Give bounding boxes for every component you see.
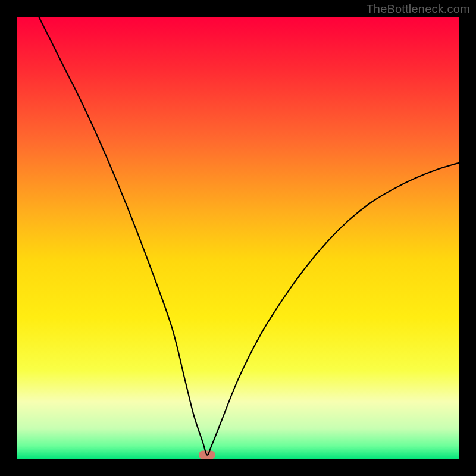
plot-svg xyxy=(17,17,459,459)
plot-area xyxy=(17,17,459,459)
chart-background xyxy=(17,17,459,459)
chart-frame: TheBottleneck.com xyxy=(0,0,476,476)
watermark-text: TheBottleneck.com xyxy=(366,2,470,16)
